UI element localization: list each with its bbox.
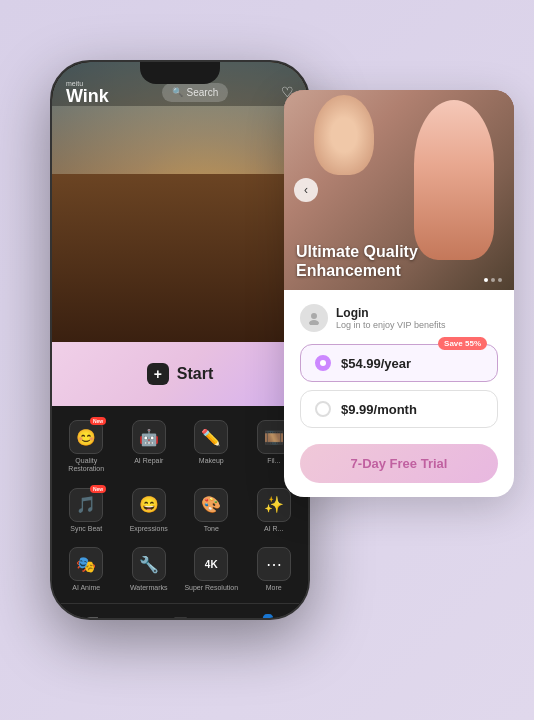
- ai-repair-icon: 🤖: [132, 420, 166, 454]
- brand-name: meitu: [66, 80, 83, 87]
- start-button[interactable]: Start: [177, 365, 213, 383]
- hero-ground: [52, 174, 308, 342]
- search-bar[interactable]: 🔍 Search: [162, 83, 229, 102]
- svg-point-0: [311, 313, 317, 319]
- app-name: Wink: [66, 87, 109, 105]
- save-badge: Save 55%: [438, 337, 487, 350]
- expressions-icon: 😄: [132, 488, 166, 522]
- more-label: More: [266, 584, 282, 592]
- model-figure: [414, 100, 494, 260]
- radio-monthly: [315, 401, 331, 417]
- hero-text-overlay: Ultimate QualityEnhancement: [296, 242, 502, 280]
- login-title: Login: [336, 306, 445, 320]
- sync-beat-label: Sync Beat: [70, 525, 102, 533]
- popup-hero: ‹ Ultimate QualityEnhancement: [284, 90, 514, 290]
- tone-icon: 🎨: [194, 488, 228, 522]
- radio-yearly: [315, 355, 331, 371]
- pricing-monthly[interactable]: $9.99/month: [300, 390, 498, 428]
- popup-content: Login Log in to enjoy VIP benefits $54.9…: [284, 290, 514, 497]
- slide-dot-1: [484, 278, 488, 282]
- makeup-icon: ✏️: [194, 420, 228, 454]
- prev-slide-button[interactable]: ‹: [294, 178, 318, 202]
- quality-restoration-label: Quality Restoration: [58, 457, 115, 474]
- svg-point-1: [309, 320, 319, 325]
- login-text: Login Log in to enjoy VIP benefits: [336, 306, 445, 330]
- app-logo: meitu Wink: [66, 80, 109, 105]
- tool-ai-repair[interactable]: 🤖 AI Repair: [119, 414, 180, 480]
- trial-button[interactable]: 7-Day Free Trial: [300, 444, 498, 483]
- super-resolution-label: Super Resolution: [184, 584, 238, 592]
- slide-dot-3: [498, 278, 502, 282]
- tool-more[interactable]: ⋯ More: [244, 541, 305, 598]
- ai-repair-label: AI Repair: [134, 457, 163, 465]
- phone-mockup: meitu Wink 🔍 Search ♡ + Start: [50, 60, 310, 620]
- radio-dot-yearly: [320, 360, 326, 366]
- tone-label: Tone: [204, 525, 219, 533]
- pricing-yearly[interactable]: $54.99/year Save 55%: [300, 344, 498, 382]
- tool-expressions[interactable]: 😄 Expressions: [119, 482, 180, 539]
- hero-title: Ultimate QualityEnhancement: [296, 242, 502, 280]
- expressions-label: Expressions: [130, 525, 168, 533]
- new-badge-2: New: [90, 485, 106, 493]
- tools-section: 😊 New Quality Restoration 🤖 AI Repair ✏️…: [52, 406, 308, 603]
- tool-makeup[interactable]: ✏️ Makeup: [181, 414, 242, 480]
- bottom-nav: ⊞ Home ◫ Templates 👤 Me: [52, 603, 308, 618]
- search-label: Search: [187, 87, 219, 98]
- quality-restoration-icon: 😊 New: [69, 420, 103, 454]
- price-monthly: $9.99/month: [341, 402, 417, 417]
- search-icon: 🔍: [172, 87, 183, 97]
- profile-icon: 👤: [258, 613, 278, 618]
- ai-r-label: AI R...: [264, 525, 283, 533]
- super-resolution-icon: 4K: [194, 547, 228, 581]
- nav-home[interactable]: ⊞ Home: [82, 613, 103, 618]
- new-badge: New: [90, 417, 106, 425]
- login-row[interactable]: Login Log in to enjoy VIP benefits: [300, 304, 498, 332]
- tool-watermarks[interactable]: 🔧 Watermarks: [119, 541, 180, 598]
- tool-sync-beat[interactable]: 🎵 New Sync Beat: [56, 482, 117, 539]
- sync-beat-icon: 🎵 New: [69, 488, 103, 522]
- login-subtitle: Log in to enjoy VIP benefits: [336, 320, 445, 330]
- ai-anime-label: AI Anime: [72, 584, 100, 592]
- nav-me[interactable]: 👤 Me: [258, 613, 278, 618]
- phone-screen: meitu Wink 🔍 Search ♡ + Start: [52, 62, 308, 618]
- ai-r-icon: ✨: [257, 488, 291, 522]
- makeup-label: Makeup: [199, 457, 224, 465]
- start-section: + Start: [52, 342, 308, 406]
- plus-icon: +: [147, 363, 169, 385]
- user-avatar: [300, 304, 328, 332]
- more-icon: ⋯: [257, 547, 291, 581]
- ai-anime-icon: 🎭: [69, 547, 103, 581]
- popup-card: ‹ Ultimate QualityEnhancement Login: [284, 90, 514, 497]
- watermarks-label: Watermarks: [130, 584, 167, 592]
- filter-label: Fil...: [267, 457, 280, 465]
- home-icon: ⊞: [86, 613, 99, 618]
- tool-tone[interactable]: 🎨 Tone: [181, 482, 242, 539]
- tool-quality-restoration[interactable]: 😊 New Quality Restoration: [56, 414, 117, 480]
- phone-notch: [140, 62, 220, 84]
- tool-ai-anime[interactable]: 🎭 AI Anime: [56, 541, 117, 598]
- price-yearly: $54.99/year: [341, 356, 411, 371]
- templates-icon: ◫: [173, 613, 188, 618]
- slide-indicators: [484, 278, 502, 282]
- slide-dot-2: [491, 278, 495, 282]
- watermarks-icon: 🔧: [132, 547, 166, 581]
- tool-super-resolution[interactable]: 4K Super Resolution: [181, 541, 242, 598]
- tools-grid: 😊 New Quality Restoration 🤖 AI Repair ✏️…: [56, 414, 304, 599]
- nav-templates[interactable]: ◫ Templates: [162, 613, 198, 618]
